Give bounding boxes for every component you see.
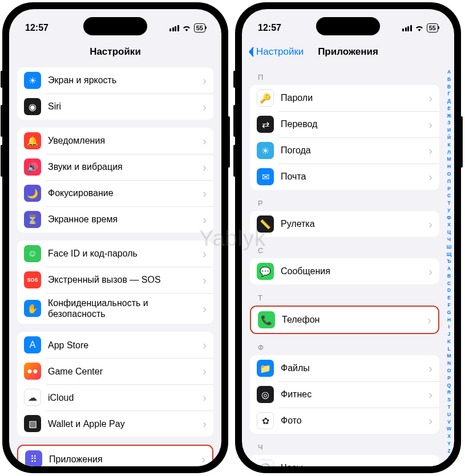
settings-row[interactable]: ◉ Siri › xyxy=(17,93,213,120)
index-letter[interactable]: P xyxy=(447,376,451,381)
index-letter[interactable]: N xyxy=(447,361,451,366)
settings-row[interactable]: ☁ iCloud › xyxy=(17,384,213,410)
settings-group: ⠿ Приложения › xyxy=(18,446,212,466)
index-letter[interactable]: I xyxy=(448,324,450,329)
chevron-right-icon: › xyxy=(203,274,207,287)
index-letter[interactable]: Л xyxy=(447,150,451,155)
index-letter[interactable]: П xyxy=(447,179,451,184)
back-button[interactable]: Настройки xyxy=(248,46,304,58)
apps-list[interactable]: П 🔑 Пароли › ⇄ Перевод › ☀ Погода › ✉ По… xyxy=(242,64,454,466)
settings-row[interactable]: ⇄ Перевод › xyxy=(250,111,439,137)
settings-row[interactable]: 📏 Рулетка › xyxy=(250,211,439,237)
index-letter[interactable]: К xyxy=(447,143,450,148)
index-letter[interactable]: O xyxy=(447,368,451,373)
nav-bar: Настройки Приложения xyxy=(242,40,454,64)
row-label: Конфиденциальность и безопасность xyxy=(48,298,199,319)
settings-row[interactable]: ☺ Face ID и код-пароль › xyxy=(17,241,213,267)
chevron-right-icon: › xyxy=(203,365,207,378)
index-letter[interactable]: W xyxy=(447,426,451,432)
battery-icon: 55 xyxy=(427,23,438,32)
index-letter[interactable]: L xyxy=(447,347,450,352)
row-icon: ☀ xyxy=(24,72,41,89)
settings-row[interactable]: ●● Game Center › xyxy=(17,358,213,384)
index-letter[interactable]: H xyxy=(447,318,451,323)
index-letter[interactable]: R xyxy=(447,390,451,395)
row-label: Экран и яркость xyxy=(48,75,199,86)
index-letter[interactable]: Д xyxy=(447,99,451,104)
index-letter[interactable]: B xyxy=(447,274,451,279)
index-letter[interactable]: Х xyxy=(447,222,451,227)
index-letter[interactable]: Q xyxy=(447,383,451,388)
index-letter[interactable]: А xyxy=(447,70,451,75)
settings-row[interactable]: ◎ Фитнес › xyxy=(250,381,439,408)
index-letter[interactable]: J xyxy=(448,332,451,337)
settings-group: A App Store › ●● Game Center › ☁ iCloud … xyxy=(17,332,213,437)
index-letter[interactable]: М xyxy=(447,157,451,162)
index-letter[interactable]: K xyxy=(447,339,451,344)
settings-row[interactable]: ✿ Фото › xyxy=(250,408,439,434)
index-letter[interactable]: Ц xyxy=(447,230,451,235)
settings-row[interactable]: 🕐 Часы › xyxy=(250,455,439,466)
index-letter[interactable]: Z xyxy=(447,449,450,454)
index-letter[interactable]: Р xyxy=(447,186,451,192)
index-letter[interactable]: D xyxy=(447,288,451,293)
index-letter[interactable]: S xyxy=(447,397,451,402)
index-letter[interactable]: Щ xyxy=(447,252,452,257)
row-icon: ◉ xyxy=(24,98,41,115)
settings-row[interactable]: ☀ Экран и яркость › xyxy=(17,67,213,93)
settings-row[interactable]: ▧ Wallet и Apple Pay › xyxy=(17,410,213,437)
index-letter[interactable]: E xyxy=(447,295,451,300)
settings-row[interactable]: 🔔 Уведомления › xyxy=(17,128,213,154)
index-letter[interactable]: С xyxy=(447,193,451,198)
index-letter[interactable]: В xyxy=(447,84,451,89)
index-letter[interactable]: О xyxy=(447,172,451,177)
settings-row[interactable]: SOS Экстренный вызов — SOS › xyxy=(17,267,213,293)
settings-row[interactable]: ✉ Почта › xyxy=(250,164,439,190)
index-letter[interactable]: Ф xyxy=(447,215,451,221)
row-label: Приложения xyxy=(49,454,198,465)
index-letter[interactable]: F xyxy=(447,303,450,308)
index-letter[interactable]: X xyxy=(447,434,451,439)
settings-row[interactable]: 🔑 Пароли › xyxy=(250,85,439,111)
row-label: Телефон xyxy=(282,314,424,325)
settings-row[interactable]: 📁 Файлы › xyxy=(250,355,439,381)
settings-row[interactable]: 💬 Сообщения › xyxy=(250,258,439,284)
settings-row[interactable]: ⏳ Экранное время › xyxy=(17,206,213,233)
row-label: Звуки и вибрация xyxy=(48,161,199,172)
index-letter[interactable]: З xyxy=(447,120,450,125)
chevron-right-icon: › xyxy=(203,339,207,352)
index-letter[interactable]: # xyxy=(448,455,451,461)
settings-row[interactable]: ⠿ Приложения › xyxy=(18,446,212,466)
index-letter[interactable]: G xyxy=(447,310,451,315)
section-index[interactable]: АБВГДЕЖЗИЙКЛМНОПРСТУФХЦЧШЩЪABCDEFGHIJKLM… xyxy=(445,68,453,462)
index-letter[interactable]: Y xyxy=(447,441,451,446)
index-letter[interactable]: У xyxy=(447,208,450,213)
index-letter[interactable]: T xyxy=(447,405,450,410)
settings-row[interactable]: 🔊 Звуки и вибрация › xyxy=(17,154,213,180)
index-letter[interactable]: Е xyxy=(447,106,451,111)
chevron-right-icon: › xyxy=(203,302,207,315)
index-letter[interactable]: C xyxy=(447,281,451,286)
index-letter[interactable]: И xyxy=(447,128,451,133)
row-label: Game Center xyxy=(48,366,199,377)
index-letter[interactable]: Т xyxy=(447,201,450,206)
index-letter[interactable]: A xyxy=(447,266,451,271)
settings-row[interactable]: ✋ Конфиденциальность и безопасность › xyxy=(17,293,213,324)
index-letter[interactable]: Б xyxy=(447,77,451,82)
settings-row[interactable]: 📞 Телефон › xyxy=(251,307,438,333)
index-letter[interactable]: U xyxy=(447,412,451,417)
settings-row[interactable]: 🌙 Фокусирование › xyxy=(17,180,213,206)
index-letter[interactable]: Ъ xyxy=(447,259,451,264)
index-letter[interactable]: Ч xyxy=(447,237,451,242)
index-letter[interactable]: Н xyxy=(447,164,451,169)
index-letter[interactable]: Ш xyxy=(447,245,452,250)
row-icon: ●● xyxy=(24,363,41,380)
index-letter[interactable]: V xyxy=(447,420,451,425)
index-letter[interactable]: M xyxy=(447,353,451,359)
settings-row[interactable]: A App Store › xyxy=(17,332,213,358)
settings-row[interactable]: ☀ Погода › xyxy=(250,137,439,164)
index-letter[interactable]: Й xyxy=(447,135,451,140)
settings-list[interactable]: ☀ Экран и яркость › ◉ Siri › 🔔 Уведомлен… xyxy=(9,64,221,466)
index-letter[interactable]: Ж xyxy=(447,113,451,119)
index-letter[interactable]: Г xyxy=(448,91,451,96)
